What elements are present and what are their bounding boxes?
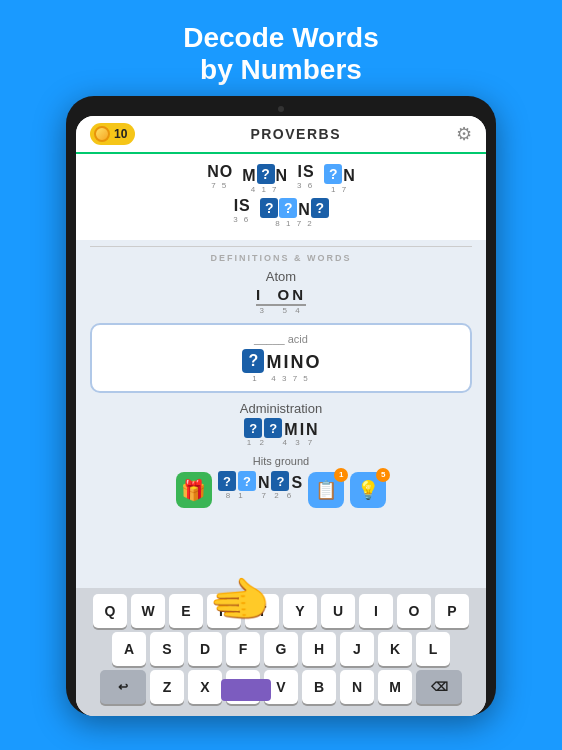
word-nums-is: 3 6 <box>297 181 314 190</box>
hits-box2: ? <box>238 471 256 491</box>
key-F[interactable]: F <box>226 632 260 666</box>
letter-N: N <box>207 164 219 180</box>
hits-box3: ? <box>271 471 289 491</box>
definitions-area: DEFINITIONS & WORDS Atom I ON 3 5 4 ____… <box>76 240 486 588</box>
gift-button[interactable]: 🎁 <box>176 472 212 508</box>
key-G[interactable]: G <box>264 632 298 666</box>
header-title-line1: Decode Words <box>183 22 379 54</box>
key-M[interactable]: M <box>378 670 412 704</box>
hits-section: Hits ground 🎁 ? ? N ? S 8 1 7 2 6 <box>90 455 472 508</box>
word-nums-NO: 7 5 <box>211 181 228 190</box>
ia-box-q: ? <box>242 349 264 373</box>
camera-dot <box>278 106 284 112</box>
letter-box-5: ? <box>311 198 329 218</box>
definitions-label: DEFINITIONS & WORDS <box>90 246 472 263</box>
admin-box2: ? <box>264 418 282 438</box>
key-Y[interactable]: Y <box>283 594 317 628</box>
key-W[interactable]: W <box>131 594 165 628</box>
letter-S: S <box>303 164 314 180</box>
letter-N4: N <box>298 202 310 218</box>
word-nums-an: 1 7 <box>331 185 348 194</box>
puzzle-word-NO: N O 7 5 <box>207 164 232 194</box>
puzzle-word-AN: ? N 1 7 <box>324 164 355 194</box>
letter-box-1: ? <box>257 164 275 184</box>
keyboard: Q W E R T Y U I O P A S D F G H J K L <box>76 588 486 716</box>
header: Decode Words by Numbers <box>183 22 379 86</box>
key-U[interactable]: U <box>321 594 355 628</box>
tablet-frame: 10 PROVERBS ⚙ N O 7 5 M ? <box>66 96 496 716</box>
key-T[interactable]: T <box>245 594 279 628</box>
admin-N: N <box>306 422 318 438</box>
key-Q[interactable]: Q <box>93 594 127 628</box>
letter-O: O <box>220 164 232 180</box>
ia-N: N <box>291 352 304 373</box>
puzzle-word-MAN: M ? N 4 1 7 <box>242 164 287 194</box>
letter-S2: S <box>239 198 250 214</box>
puzzle-words: N O 7 5 M ? N 4 1 7 I S <box>90 164 472 194</box>
ia-nums-acid: 1 4 3 7 5 <box>102 374 460 383</box>
ia-O: O <box>306 352 320 373</box>
input-hint-acid: _____ acid <box>102 333 460 345</box>
gear-icon[interactable]: ⚙ <box>456 123 472 145</box>
coin-icon <box>94 126 110 142</box>
letter-I: I <box>298 164 302 180</box>
def-admin: Administration ? ? M I N 1 2 4 3 7 <box>90 401 472 447</box>
hits-S: S <box>291 475 302 491</box>
def-atom-nums: 3 5 4 <box>90 306 472 315</box>
puzzle-word-IS2: I S 3 6 <box>233 198 250 228</box>
header-title-line2: by Numbers <box>183 54 379 86</box>
letter-box-3: ? <box>260 198 278 218</box>
def-admin-nums: 1 2 4 3 7 <box>90 438 472 447</box>
hits-box1: ? <box>218 471 236 491</box>
key-P[interactable]: P <box>435 594 469 628</box>
hint-button[interactable]: 📋 1 <box>308 472 344 508</box>
input-box-acid[interactable]: _____ acid ? M I N O <box>90 323 472 393</box>
ia-I: I <box>283 352 288 373</box>
tablet-screen: 10 PROVERBS ⚙ N O 7 5 M ? <box>76 116 486 716</box>
def-admin-word: Administration <box>90 401 472 416</box>
admin-M: M <box>284 422 297 438</box>
def-atom-answer: I ON <box>256 286 306 306</box>
bulb-button[interactable]: 💡 5 <box>350 472 386 508</box>
key-O[interactable]: O <box>397 594 431 628</box>
letter-box-2: ? <box>324 164 342 184</box>
key-Z[interactable]: Z <box>150 670 184 704</box>
word-nums-complex: 8 1 7 2 <box>275 219 313 228</box>
key-I[interactable]: I <box>359 594 393 628</box>
ia-M: M <box>266 352 281 373</box>
word-nums-man: 4 1 7 <box>251 185 279 194</box>
input-answer-acid: ? M I N O <box>102 349 460 373</box>
key-N[interactable]: N <box>340 670 374 704</box>
hits-nums: 8 1 7 2 6 <box>218 491 302 500</box>
key-X[interactable]: X <box>188 670 222 704</box>
key-D[interactable]: D <box>188 632 222 666</box>
hits-label: Hits ground <box>90 455 472 467</box>
kb-row-1: Q W E R T Y U I O P <box>80 594 482 628</box>
key-back[interactable]: ↩ <box>100 670 146 704</box>
puzzle-area: N O 7 5 M ? N 4 1 7 I S <box>76 154 486 240</box>
top-bar: 10 PROVERBS ⚙ <box>76 116 486 154</box>
puzzle-word-complex: ? ? N ? 8 1 7 2 <box>260 198 329 228</box>
key-delete[interactable]: ⌫ <box>416 670 462 704</box>
top-bar-title: PROVERBS <box>250 126 341 142</box>
bulb-badge: 5 <box>376 468 390 482</box>
def-atom: Atom I ON 3 5 4 <box>90 269 472 315</box>
key-K[interactable]: K <box>378 632 412 666</box>
key-B[interactable]: B <box>302 670 336 704</box>
key-S[interactable]: S <box>150 632 184 666</box>
key-E[interactable]: E <box>169 594 203 628</box>
admin-box1: ? <box>244 418 262 438</box>
coins-value: 10 <box>114 127 127 141</box>
key-A[interactable]: A <box>112 632 146 666</box>
coins-badge[interactable]: 10 <box>90 123 135 145</box>
letter-N3: N <box>343 168 355 184</box>
letter-N2: N <box>276 168 288 184</box>
key-J[interactable]: J <box>340 632 374 666</box>
hint-badge: 1 <box>334 468 348 482</box>
puzzle-word-IS: I S 3 6 <box>297 164 314 194</box>
letter-box-4: ? <box>279 198 297 218</box>
key-H[interactable]: H <box>302 632 336 666</box>
def-atom-word: Atom <box>90 269 472 284</box>
key-L[interactable]: L <box>416 632 450 666</box>
key-R[interactable]: R <box>207 594 241 628</box>
